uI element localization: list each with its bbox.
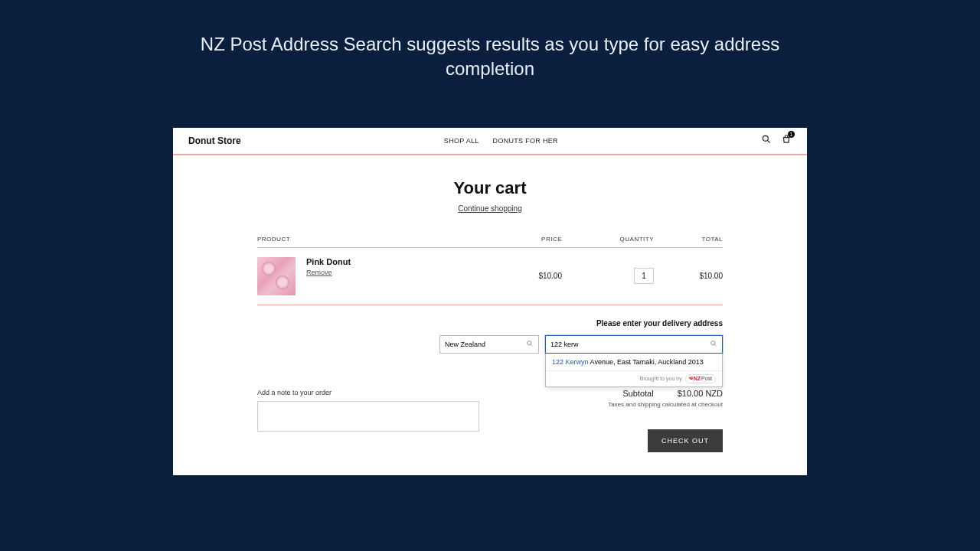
cart-badge: 1 [788,131,795,138]
subtotal-value: $10.00 NZD [678,389,723,398]
svg-point-4 [711,341,715,344]
brand-post: Post [701,376,712,381]
nav-shop-all[interactable]: SHOP ALL [444,137,479,145]
svg-point-2 [528,341,531,344]
quantity-input[interactable]: 1 [634,268,654,284]
remove-link[interactable]: Remove [306,269,351,276]
table-row: Pink Donut Remove $10.00 1 $10.00 [257,248,723,305]
col-price: PRICE [493,236,562,243]
product-cell: Pink Donut Remove [257,257,493,295]
store-name[interactable]: Donut Store [188,135,241,146]
product-name[interactable]: Pink Donut [306,257,351,266]
page-title: Your cart [257,178,723,198]
brand-nz: NZ [694,376,701,381]
table-header: PRODUCT PRICE QUANTITY TOTAL [257,236,723,248]
cart-content: Your cart Continue shopping PRODUCT PRIC… [173,155,807,475]
summary-column: Subtotal $10.00 NZD Taxes and shipping c… [608,389,723,452]
nzpost-logo-icon: ༄ [689,375,693,383]
order-note-column: Add a note to your order [257,389,479,452]
col-total: TOTAL [654,236,723,243]
header-bar: Donut Store SHOP ALL DONUTS FOR HER 1 [173,128,807,155]
subtotal-line: Subtotal $10.00 NZD [608,389,723,398]
suggestion-match: 122 Kerwyn [552,358,589,366]
address-search-row: New Zealand 122 Kerwyn Avenue, East Tama… [257,335,723,354]
col-product: PRODUCT [257,236,493,243]
tax-shipping-note: Taxes and shipping calculated at checkou… [608,401,723,408]
app-window: Donut Store SHOP ALL DONUTS FOR HER 1 Yo… [173,128,807,475]
price-cell: $10.00 [493,272,562,280]
suggestion-rest: Avenue, East Tamaki, Auckland 2013 [589,358,704,366]
search-icon[interactable] [761,134,772,148]
quantity-cell: 1 [562,268,654,284]
cart-icon[interactable]: 1 [781,134,792,148]
nav-donuts-for-her[interactable]: DONUTS FOR HER [493,137,558,145]
svg-line-5 [714,344,716,346]
note-label: Add a note to your order [257,389,479,396]
search-icon [710,340,717,349]
address-search-input-wrap: 122 Kerwyn Avenue, East Tamaki, Auckland… [545,335,723,354]
address-search-input[interactable] [550,341,710,348]
svg-line-3 [531,344,532,346]
header-icons: 1 [761,134,792,148]
address-suggestions-dropdown: 122 Kerwyn Avenue, East Tamaki, Auckland… [545,354,723,387]
country-select[interactable]: New Zealand [439,335,539,354]
cart-table: PRODUCT PRICE QUANTITY TOTAL Pink Donut … [257,236,723,305]
order-note-textarea[interactable] [257,401,479,432]
product-thumbnail[interactable] [257,257,296,295]
svg-point-0 [763,135,768,141]
col-quantity: QUANTITY [562,236,654,243]
line-total-cell: $10.00 [654,272,723,280]
nzpost-badge: ༄ NZPost [685,374,716,383]
lower-row: Add a note to your order Subtotal $10.00… [257,389,723,452]
svg-line-1 [768,141,770,143]
continue-shopping-link[interactable]: Continue shopping [257,204,723,213]
brought-by-label: Brought to you by [640,376,682,381]
delivery-prompt: Please enter your delivery address [257,319,723,328]
country-value: New Zealand [445,341,485,348]
nav-links: SHOP ALL DONUTS FOR HER [444,137,558,145]
page-caption: NZ Post Address Search suggests results … [199,32,781,82]
search-icon [526,340,534,349]
address-suggestion[interactable]: 122 Kerwyn Avenue, East Tamaki, Auckland… [546,354,722,370]
checkout-button[interactable]: CHECK OUT [648,429,723,452]
suggestion-footer: Brought to you by ༄ NZPost [546,370,722,386]
subtotal-label: Subtotal [622,389,653,398]
